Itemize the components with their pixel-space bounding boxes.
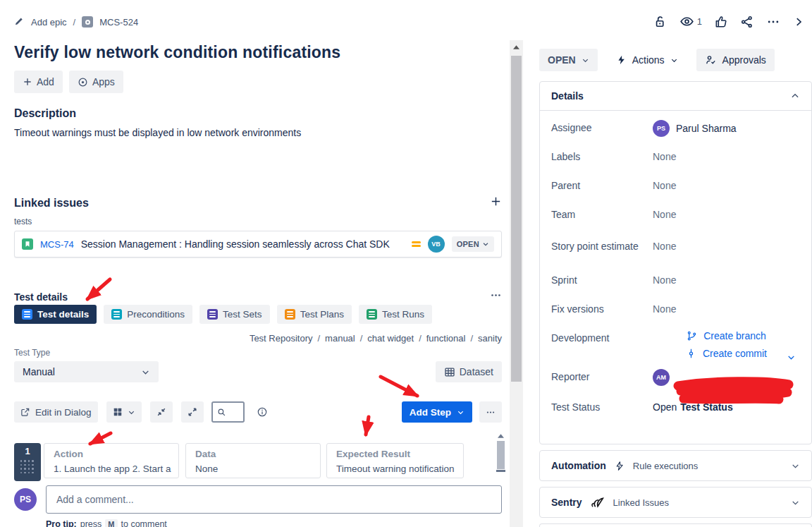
dataset-button-label: Dataset [460, 366, 493, 377]
details-panel-header[interactable]: Details [540, 82, 811, 111]
main-scrollbar[interactable] [510, 40, 523, 527]
comment-input[interactable] [46, 485, 502, 514]
create-commit-link[interactable]: Create commit [686, 348, 767, 359]
sentry-title: Sentry [551, 497, 582, 508]
page-title: Verify low network condition notificatio… [14, 43, 340, 62]
add-button[interactable]: Add [14, 71, 63, 93]
tab-test-plans[interactable]: Test Plans [277, 305, 352, 324]
tab-test-sets[interactable]: Test Sets [199, 305, 270, 324]
grid-view-icon [113, 407, 123, 417]
path-segment[interactable]: Test Repository [250, 333, 313, 344]
linked-issue-status-badge[interactable]: OPEN [452, 236, 494, 252]
apps-button[interactable]: Apps [69, 71, 123, 93]
scrollbar-thumb[interactable] [497, 441, 505, 469]
field-label: Reporter [551, 369, 653, 382]
test-type-value: Manual [23, 366, 55, 377]
field-value[interactable]: None [653, 272, 800, 286]
lightning-outline-icon [615, 460, 625, 472]
field-parent: Parent None [551, 178, 800, 195]
collapse-panel-icon[interactable] [792, 16, 805, 28]
create-commit-label: Create commit [703, 348, 767, 359]
status-label: OPEN [548, 54, 576, 66]
assignee-value[interactable]: PS Parul Sharma [653, 120, 800, 137]
edit-in-dialog-button[interactable]: Edit in Dialog [14, 401, 98, 423]
tab-test-details[interactable]: Test details [14, 305, 97, 324]
step-expected-cell[interactable]: Expected Result Timeout warning notifica… [326, 443, 464, 478]
more-options-icon[interactable] [766, 15, 780, 29]
actions-button[interactable]: Actions [613, 49, 681, 71]
sentry-panel[interactable]: Sentry Linked Issues [539, 487, 812, 518]
path-segment[interactable]: manual [325, 333, 355, 344]
column-header-action: Action [54, 449, 169, 459]
plus-icon [23, 77, 32, 87]
steps-more-button[interactable] [479, 401, 502, 423]
chevron-down-icon[interactable] [791, 461, 800, 471]
protip-bold: Pro tip: [46, 519, 77, 527]
field-development: Development Create branch Create commit [551, 330, 800, 359]
description-text[interactable]: Timeout warnings must be displayed in lo… [14, 127, 301, 138]
automation-subtitle: Rule executions [633, 461, 782, 471]
path-segment[interactable]: functional [426, 333, 466, 344]
test-type-select[interactable]: Manual [14, 361, 159, 382]
field-value[interactable]: None [653, 149, 800, 162]
linked-issues-heading: Linked issues [14, 197, 89, 210]
step-action-cell[interactable]: Action 1. Launch the app 2. Start a [44, 443, 179, 478]
avatar[interactable]: VB [428, 236, 445, 253]
test-details-more-icon[interactable] [490, 289, 502, 304]
breadcrumb-issue-key[interactable]: MCS-524 [99, 17, 138, 28]
step-search-input[interactable] [226, 407, 240, 418]
avatar: AM [653, 369, 670, 386]
create-branch-link[interactable]: Create branch [687, 330, 766, 341]
reporter-value[interactable]: AM [653, 369, 800, 386]
approvals-button[interactable]: Approvals [696, 49, 775, 71]
automation-panel[interactable]: Automation Rule executions [539, 450, 812, 481]
test-status-value[interactable]: Open Test Status [653, 399, 800, 413]
share-icon[interactable] [740, 15, 754, 29]
scroll-up-button[interactable] [510, 40, 523, 54]
right-sidebar: OPEN Actions Approvals Details Assignee [539, 39, 812, 527]
path-segment[interactable]: chat widget [367, 333, 414, 344]
test-tabs: Test details Preconditions Test Sets Tes… [14, 305, 432, 324]
field-value[interactable]: None [653, 207, 800, 220]
column-header-data: Data [195, 449, 311, 459]
linked-issue-summary[interactable]: Session Management : Handling session se… [81, 238, 405, 250]
breadcrumb-add-epic[interactable]: Add epic [31, 17, 67, 28]
layout-button[interactable] [106, 401, 142, 423]
tab-test-runs[interactable]: Test Runs [359, 305, 432, 324]
field-value[interactable]: None [653, 238, 800, 252]
scroll-up-icon[interactable] [498, 434, 504, 438]
chevron-down-icon[interactable] [787, 353, 796, 362]
step-data-cell[interactable]: Data None [185, 443, 321, 478]
step-search[interactable] [211, 401, 245, 423]
watch-icon[interactable]: 1 [679, 14, 702, 29]
step-row-number[interactable]: 1 [14, 443, 41, 481]
add-step-button[interactable]: Add Step [402, 401, 472, 423]
dataset-button[interactable]: Dataset [436, 361, 502, 382]
steps-scrollbar[interactable] [496, 432, 506, 474]
chevron-up-icon[interactable] [790, 91, 800, 101]
field-value[interactable]: None [653, 178, 800, 191]
add-linked-issue-icon[interactable] [490, 195, 502, 210]
chevron-down-icon [457, 408, 465, 416]
drag-handle-icon[interactable] [20, 460, 35, 475]
field-value[interactable]: None [653, 301, 800, 315]
unlock-icon[interactable] [653, 15, 668, 29]
linked-issue-key[interactable]: MCS-74 [40, 239, 74, 250]
status-button[interactable]: OPEN [539, 49, 598, 71]
main-content: Verify low network condition notificatio… [14, 39, 502, 527]
collapse-all-button[interactable] [150, 401, 173, 423]
actions-label: Actions [632, 54, 665, 66]
add-button-label: Add [37, 76, 54, 87]
steps-info-icon[interactable] [257, 406, 268, 418]
path-segment[interactable]: sanity [478, 333, 502, 344]
tab-preconditions[interactable]: Preconditions [104, 305, 192, 324]
expand-all-button[interactable] [181, 401, 204, 423]
scrollbar-thumb[interactable] [511, 56, 522, 382]
avatar[interactable]: PS [14, 488, 37, 511]
details-fields: Assignee PS Parul Sharma Labels None Par… [540, 111, 811, 416]
add-step-label: Add Step [410, 407, 451, 418]
field-label: Fix versions [551, 301, 653, 315]
linked-issue-row[interactable]: MCS-74 Session Management : Handling ses… [14, 231, 502, 258]
like-icon[interactable] [714, 15, 728, 29]
chevron-down-icon[interactable] [791, 498, 800, 507]
